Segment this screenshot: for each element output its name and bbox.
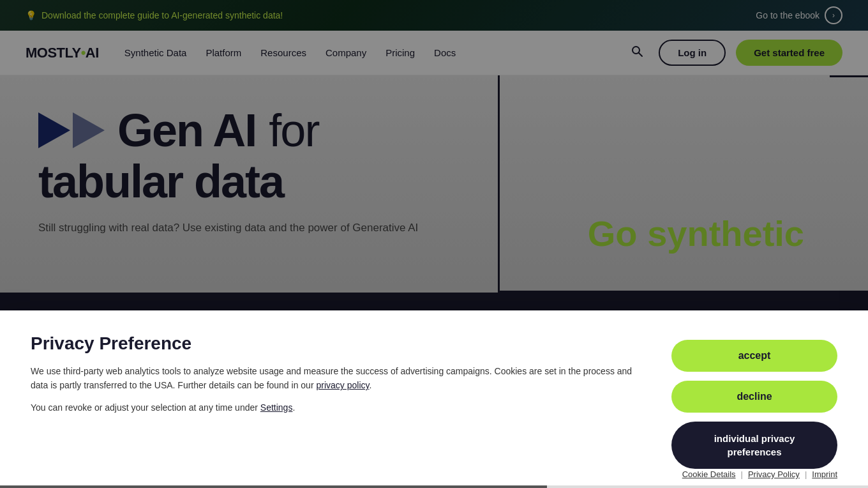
modal-footer-links: Cookie Details | Privacy Policy | Imprin… — [682, 469, 837, 479]
cookie-details-link[interactable]: Cookie Details — [682, 469, 736, 479]
accept-button[interactable]: accept — [671, 340, 837, 372]
individual-privacy-button[interactable]: individual privacypreferences — [671, 422, 837, 469]
privacy-body: We use third-party web analytics tools t… — [31, 364, 633, 393]
modal-overlay: Privacy Preference We use third-party we… — [0, 0, 868, 488]
decline-button[interactable]: decline — [671, 381, 837, 413]
privacy-policy-footer-link[interactable]: Privacy Policy — [748, 469, 800, 479]
privacy-modal: Privacy Preference We use third-party we… — [0, 310, 868, 488]
modal-left: Privacy Preference We use third-party we… — [31, 333, 633, 422]
privacy-policy-link[interactable]: privacy policy — [316, 380, 369, 390]
privacy-body2: You can revoke or adjust your selection … — [31, 400, 633, 415]
progress-bar-fill — [0, 485, 547, 488]
modal-right: accept decline individual privacyprefere… — [671, 333, 837, 469]
privacy-title: Privacy Preference — [31, 333, 633, 354]
settings-link[interactable]: Settings — [260, 402, 293, 413]
progress-bar-container — [0, 485, 868, 488]
imprint-link[interactable]: Imprint — [812, 469, 837, 479]
